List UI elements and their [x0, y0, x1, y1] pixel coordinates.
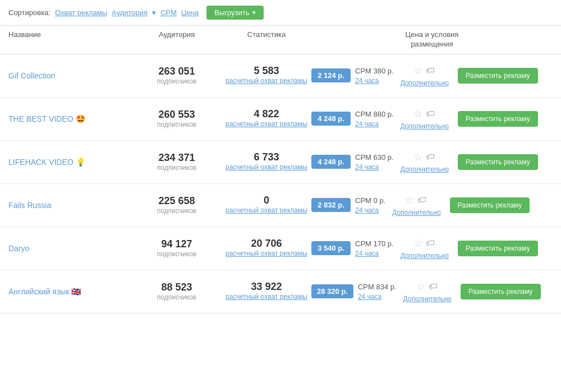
price-actions-cell: 4 248 р. CPM 880 р. 24 часа ☆ 🏷 Дополнит…: [311, 108, 553, 130]
col-audience-header: Аудитория: [132, 30, 222, 49]
add-button[interactable]: Разместить рекламу: [458, 111, 538, 127]
tag-icon[interactable]: 🏷: [417, 195, 426, 205]
price-badge: 2 124 р.: [311, 68, 351, 82]
table-row: THE BEST VIDEO 🤩 260 553 подписчиков 4 8…: [0, 98, 561, 141]
stat-label[interactable]: расчетный охват рекламы: [222, 250, 311, 259]
sort-reach[interactable]: Охват рекламы: [55, 8, 107, 17]
stat-number: 0: [222, 195, 311, 206]
icon-row: ☆ 🏷: [413, 108, 435, 120]
audience-cell: 234 371 подписчиков: [132, 152, 222, 172]
dop-link[interactable]: Дополнительно: [401, 165, 449, 173]
dop-link[interactable]: Дополнительно: [392, 209, 440, 216]
icon-row: ☆ 🏷: [416, 280, 438, 293]
audience-cell: 263 051 подписчиков: [132, 66, 222, 85]
cpm-text: CPM 834 р.: [358, 283, 397, 291]
sort-price[interactable]: Цена: [181, 8, 199, 17]
hours-text[interactable]: 24 часа: [355, 120, 394, 128]
stat-number: 5 583: [222, 65, 311, 77]
table-row: Gif Collection 263 051 подписчиков 5 583…: [0, 54, 561, 98]
icon-row: ☆ 🏷: [413, 237, 435, 250]
table-row: Fails Russia 225 658 подписчиков 0 расче…: [0, 184, 561, 227]
price-actions-cell: 4 248 р. CPM 630 р. 24 часа ☆ 🏷 Дополнит…: [311, 151, 553, 173]
audience-label: подписчиков: [132, 207, 222, 215]
audience-cell: 225 658 подписчиков: [132, 195, 222, 215]
table-row: LIFEHACK VIDEO 💡 234 371 подписчиков 6 7…: [0, 141, 561, 184]
sort-bar: Сортировка: Охват рекламы Аудитория ▾ CP…: [0, 0, 561, 26]
export-button[interactable]: Выгрузить: [206, 6, 263, 20]
add-button[interactable]: Разместить рекламу: [458, 154, 538, 170]
price-actions-cell: 2 832 р. CPM 0 р. 24 часа ☆ 🏷 Дополнител…: [311, 194, 553, 216]
actions: ☆ 🏷 Дополнительно Разместить рекламу: [399, 64, 538, 87]
channel-name[interactable]: Fails Russia: [8, 201, 132, 210]
dop-link[interactable]: Дополнительно: [401, 79, 449, 87]
add-button[interactable]: Разместить рекламу: [461, 284, 541, 299]
table-row: Английский язык 🇬🇧 88 523 подписчиков 33…: [0, 270, 561, 313]
hours-text[interactable]: 24 часа: [358, 293, 397, 301]
price-actions-cell: 3 540 р. CPM 170 р. 24 часа ☆ 🏷 Дополнит…: [311, 237, 553, 260]
col-stat-header: Статистика: [222, 30, 311, 49]
add-button[interactable]: Разместить рекламу: [458, 68, 538, 84]
audience-number: 263 051: [132, 66, 222, 77]
audience-number: 225 658: [132, 195, 222, 207]
add-button[interactable]: Разместить рекламу: [450, 197, 530, 213]
dop-link[interactable]: Дополнительно: [403, 295, 452, 303]
audience-number: 88 523: [132, 282, 222, 293]
dop-link[interactable]: Дополнительно: [401, 252, 449, 260]
star-icon[interactable]: ☆: [413, 64, 422, 77]
actions: ☆ 🏷 Дополнительно Разместить рекламу: [391, 194, 530, 216]
cpm-text: CPM 880 р.: [355, 110, 394, 118]
channel-name[interactable]: THE BEST VIDEO 🤩: [8, 114, 132, 123]
stat-cell: 6 733 расчетный охват рекламы: [222, 151, 311, 172]
star-icon[interactable]: ☆: [413, 108, 422, 120]
cpm-text: CPM 0 р.: [355, 196, 385, 205]
stat-cell: 5 583 расчетный охват рекламы: [222, 65, 311, 86]
stat-cell: 33 922 расчетный охват рекламы: [222, 281, 311, 302]
channel-name[interactable]: Gif Collection: [8, 71, 132, 80]
hours-text[interactable]: 24 часа: [355, 77, 394, 85]
icon-row: ☆ 🏷: [413, 64, 435, 77]
price-actions-cell: 28 320 р. CPM 834 р. 24 часа ☆ 🏷 Дополни…: [311, 280, 553, 303]
audience-number: 260 553: [132, 109, 222, 121]
sort-cpm[interactable]: CPM: [160, 8, 177, 17]
audience-label: подписчиков: [132, 164, 222, 172]
star-icon[interactable]: ☆: [413, 151, 422, 163]
stat-label[interactable]: расчетный охват рекламы: [222, 120, 311, 129]
dop-link[interactable]: Дополнительно: [401, 122, 449, 130]
stat-label[interactable]: расчетный охват рекламы: [222, 293, 311, 302]
audience-cell: 260 553 подписчиков: [132, 109, 222, 128]
hours-text[interactable]: 24 часа: [355, 250, 394, 257]
tag-icon[interactable]: 🏷: [426, 66, 435, 76]
tag-icon[interactable]: 🏷: [426, 152, 435, 162]
audience-number: 94 127: [132, 238, 222, 250]
table-row: Daryo 94 127 подписчиков 20 706 расчетны…: [0, 227, 561, 270]
star-icon[interactable]: ☆: [416, 280, 425, 293]
price-badge: 28 320 р.: [311, 284, 353, 298]
star-icon[interactable]: ☆: [405, 194, 414, 206]
stat-label[interactable]: расчетный охват рекламы: [222, 163, 311, 172]
channel-name[interactable]: Daryo: [8, 244, 132, 253]
price-badge: 4 248 р.: [311, 155, 351, 169]
tag-icon[interactable]: 🏷: [426, 238, 435, 248]
sort-audience[interactable]: Аудитория: [112, 8, 148, 17]
audience-number: 234 371: [132, 152, 222, 164]
stat-label[interactable]: расчетный охват рекламы: [222, 206, 311, 215]
cpm-text: CPM 630 р.: [355, 153, 394, 162]
price-badge: 4 248 р.: [311, 112, 351, 126]
audience-dropdown-icon[interactable]: ▾: [152, 8, 156, 17]
add-button[interactable]: Разместить рекламу: [458, 241, 538, 256]
tag-icon[interactable]: 🏷: [429, 282, 438, 292]
hours-text[interactable]: 24 часа: [355, 206, 385, 214]
stat-number: 6 733: [222, 151, 311, 163]
channel-name[interactable]: LIFEHACK VIDEO 💡: [8, 158, 132, 167]
audience-label: подписчиков: [132, 250, 222, 258]
stat-label[interactable]: расчетный охват рекламы: [222, 77, 311, 86]
audience-cell: 88 523 подписчиков: [132, 282, 222, 301]
col-name-header: Название: [8, 30, 132, 49]
channel-name[interactable]: Английский язык 🇬🇧: [8, 287, 132, 296]
audience-label: подписчиков: [132, 293, 222, 301]
audience-label: подписчиков: [132, 121, 222, 128]
stat-number: 4 822: [222, 108, 311, 120]
tag-icon[interactable]: 🏷: [426, 109, 435, 119]
hours-text[interactable]: 24 часа: [355, 163, 394, 171]
star-icon[interactable]: ☆: [413, 237, 422, 250]
